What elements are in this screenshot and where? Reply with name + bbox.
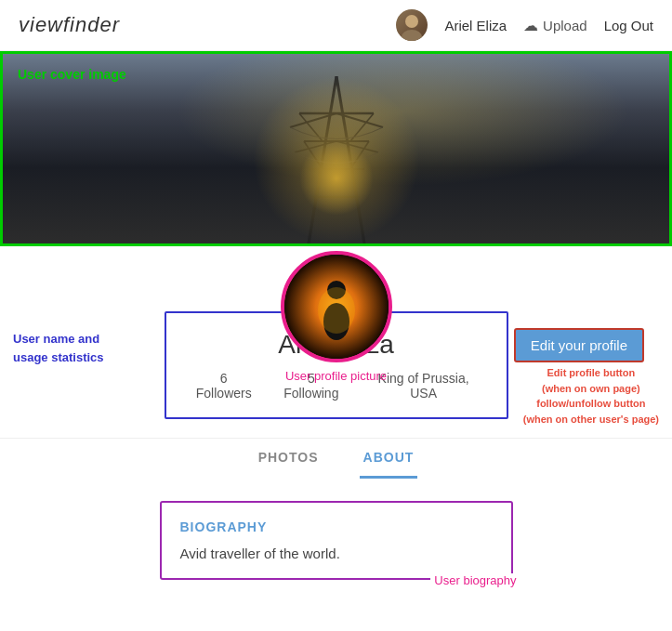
svg-point-1 (402, 30, 422, 41)
biography-section: BIOGRAPHY Avid traveller of the world. U… (160, 501, 513, 580)
profile-section: User profile picture User name and usage… (0, 311, 672, 419)
avatar-wrapper: User profile picture (281, 251, 392, 362)
navbar: viewfinder Ariel Eliza ☁ Upload Log Out (0, 0, 672, 51)
tab-photos[interactable]: PHOTOS (255, 439, 323, 479)
logout-button[interactable]: Log Out (604, 18, 653, 33)
tabs-bar: PHOTOS ABOUT (0, 438, 672, 479)
cover-image (3, 54, 669, 243)
username-annotation: User name and usage statistics (13, 330, 104, 366)
navbar-left: viewfinder (19, 13, 120, 37)
followers-stat: 6 Followers (194, 371, 254, 401)
avatar-label: User profile picture (285, 369, 387, 383)
biography-label: User biography (430, 573, 520, 587)
profile-avatar[interactable] (281, 251, 392, 362)
app-logo: viewfinder (19, 13, 120, 37)
tab-about[interactable]: ABOUT (360, 439, 418, 479)
biography-text: Avid traveller of the world. (180, 546, 493, 561)
upload-icon: ☁ (523, 17, 538, 34)
biography-title: BIOGRAPHY (180, 519, 493, 534)
avatar[interactable] (396, 9, 428, 41)
svg-point-20 (318, 287, 355, 334)
followers-count: 6 (220, 371, 228, 386)
cover-image-container: User cover image (0, 51, 672, 246)
edit-profile-note: Edit profile button (when on own page) f… (523, 365, 659, 427)
upload-button[interactable]: ☁ Upload (523, 17, 587, 34)
navbar-username: Ariel Eliza (444, 18, 507, 33)
cover-label: User cover image (18, 67, 126, 82)
edit-profile-button[interactable]: Edit your profile (514, 328, 644, 362)
navbar-right: Ariel Eliza ☁ Upload Log Out (396, 9, 653, 41)
svg-point-0 (405, 15, 418, 28)
